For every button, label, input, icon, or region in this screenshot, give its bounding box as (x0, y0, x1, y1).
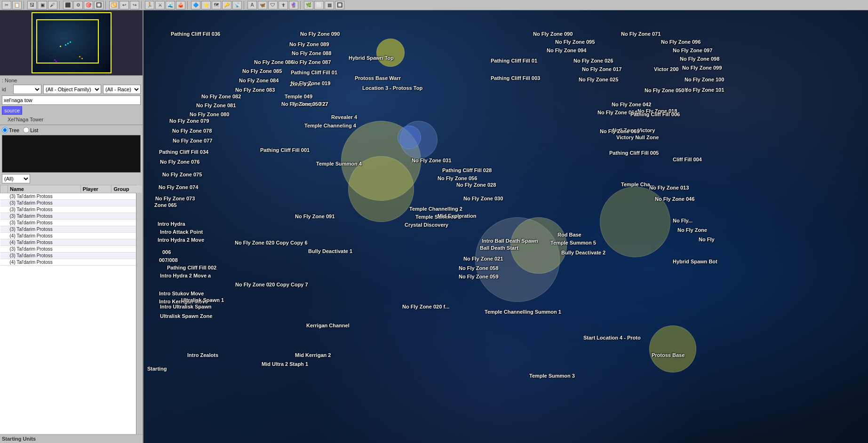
table-row[interactable]: (3) Tal'darim Protoss (0, 213, 143, 220)
toolbar-btn-19[interactable]: 🗺 (212, 1, 221, 9)
filter-all-dropdown[interactable]: (All) (2, 174, 30, 183)
toolbar-btn-18[interactable]: ⭐ (201, 1, 211, 9)
toolbar-btn-7[interactable]: ⚙ (73, 1, 83, 9)
toolbar-btn-22[interactable]: A (247, 1, 257, 9)
row-name: (4) Tal'darim Protoss (8, 259, 81, 266)
toolbar-btn-27[interactable]: 🌿 (304, 1, 313, 9)
row-name: (3) Tal'darim Protoss (8, 220, 81, 226)
table-row[interactable]: (3) Tal'darim Protoss (0, 206, 143, 213)
minimap-dot (65, 44, 66, 46)
minimap-viewport (36, 19, 99, 64)
table-row[interactable]: (4) Tal'darim Protoss (0, 239, 143, 246)
table-row[interactable]: (3) Tal'darim Protoss (0, 193, 143, 200)
row-player (80, 233, 111, 239)
col-header-group[interactable]: Group (111, 185, 143, 193)
toolbar-btn-24[interactable]: 🛡 (268, 1, 278, 9)
filter-row-2: id (All - Object Family) (All - Race) (2, 85, 141, 94)
id-dropdown[interactable] (13, 85, 41, 94)
toolbar-btn-30[interactable]: 🔲 (335, 1, 344, 9)
row-player (80, 239, 111, 246)
table-row[interactable]: (3) Tal'darim Protoss (0, 200, 143, 206)
source-button[interactable]: source (2, 106, 22, 115)
tree-node-xelnaga[interactable]: Xel'Naga Tower (2, 116, 141, 123)
minimap-container (0, 10, 143, 76)
row-player (80, 226, 111, 233)
toolbar-btn-2[interactable]: 📋 (12, 1, 22, 9)
col-header-icon (0, 185, 8, 193)
filter-label: : None (2, 78, 17, 83)
toolbar-separator-5 (187, 1, 189, 9)
toolbar-btn-5[interactable]: 🖋 (48, 1, 57, 9)
table-row[interactable]: (4) Tal'darim Protoss (0, 259, 143, 266)
table-header-row: Name Player Group (0, 185, 143, 193)
toolbar-separator-7 (300, 1, 302, 9)
toolbar-separator-3 (105, 1, 107, 9)
table-container[interactable]: Name Player Group (3) Tal'darim Protoss … (0, 185, 143, 434)
toolbar-btn-6[interactable]: ⬛ (63, 1, 72, 9)
minimap-dot (60, 46, 61, 47)
preview-box (2, 135, 141, 173)
row-player (80, 220, 111, 226)
table-scrollbar[interactable] (136, 185, 143, 434)
toolbar-btn-11[interactable]: ↩ (119, 1, 129, 9)
col-header-player[interactable]: Player (80, 185, 111, 193)
col-header-name[interactable]: Name (8, 185, 81, 193)
toolbar-btn-25[interactable]: 🗡 (279, 1, 288, 9)
table-row[interactable]: (3) Tal'darim Protoss (0, 220, 143, 226)
toolbar-btn-12[interactable]: ↪ (130, 1, 139, 9)
minimap[interactable] (32, 12, 111, 73)
row-player (80, 259, 111, 266)
toolbar-separator-6 (244, 1, 246, 9)
row-icon (0, 259, 8, 266)
toolbar-btn-16[interactable]: 🎪 (176, 1, 185, 9)
row-name: (3) Tal'darim Protoss (8, 226, 81, 233)
row-name: (3) Tal'darim Protoss (8, 213, 81, 220)
footer-label: Starting Units (0, 434, 143, 443)
id-label: id (2, 87, 11, 92)
row-icon (0, 226, 8, 233)
table-row[interactable]: (3) Tal'darim Protoss (0, 226, 143, 233)
table-row[interactable]: (4) Tal'darim Protoss (0, 233, 143, 239)
toolbar-btn-13[interactable]: 🏃 (145, 1, 154, 9)
list-radio[interactable] (23, 127, 29, 133)
toolbar-btn-28[interactable]: ⬜ (314, 1, 324, 9)
race-dropdown[interactable]: (All - Race) (103, 85, 141, 94)
toolbar-btn-1[interactable]: ✂ (2, 1, 11, 9)
list-radio-label[interactable]: List (23, 127, 38, 133)
tree-radio-label[interactable]: Tree (2, 127, 19, 133)
object-family-dropdown[interactable]: (All - Object Family) (43, 85, 101, 94)
toolbar-btn-4[interactable]: ▣ (38, 1, 47, 9)
toolbar-btn-21[interactable]: 📡 (232, 1, 242, 9)
row-name: (3) Tal'darim Protoss (8, 206, 81, 213)
row-player (80, 246, 111, 253)
map-area[interactable]: Pathing Cliff Fill 036No Fly Zone 090No … (143, 10, 868, 443)
minimap-dot (67, 43, 69, 44)
row-icon (0, 213, 8, 220)
row-player (80, 213, 111, 220)
row-icon (0, 253, 8, 259)
toolbar-btn-29[interactable]: ▦ (325, 1, 334, 9)
tree-radio[interactable] (2, 127, 8, 133)
toolbar-btn-26[interactable]: 🔮 (289, 1, 298, 9)
toolbar-btn-17[interactable]: 🔷 (191, 1, 200, 9)
toolbar-btn-14[interactable]: ⚔ (155, 1, 165, 9)
minimap-inner (32, 13, 111, 72)
toolbar-btn-23[interactable]: 🦋 (258, 1, 267, 9)
table-row[interactable]: (3) Tal'darim Protoss (0, 253, 143, 259)
toolbar-btn-9[interactable]: 🔲 (94, 1, 104, 9)
left-panel: : None id (All - Object Family) (All - R… (0, 10, 143, 443)
toolbar-btn-10[interactable]: 🔁 (109, 1, 119, 9)
row-icon (0, 246, 8, 253)
toolbar-btn-8[interactable]: 🎯 (84, 1, 93, 9)
row-icon (0, 193, 8, 200)
toolbar-btn-15[interactable]: 🌊 (166, 1, 175, 9)
row-player (80, 193, 111, 200)
toolbar-btn-20[interactable]: 🔑 (222, 1, 231, 9)
table-row[interactable]: (3) Tal'darim Protoss (0, 246, 143, 253)
toolbar-btn-3[interactable]: 🖫 (27, 1, 37, 9)
row-name: (3) Tal'darim Protoss (8, 253, 81, 259)
search-row (2, 95, 141, 105)
search-input[interactable] (2, 95, 141, 105)
row-icon (0, 206, 8, 213)
controls-area: : None id (All - Object Family) (All - R… (0, 76, 143, 125)
